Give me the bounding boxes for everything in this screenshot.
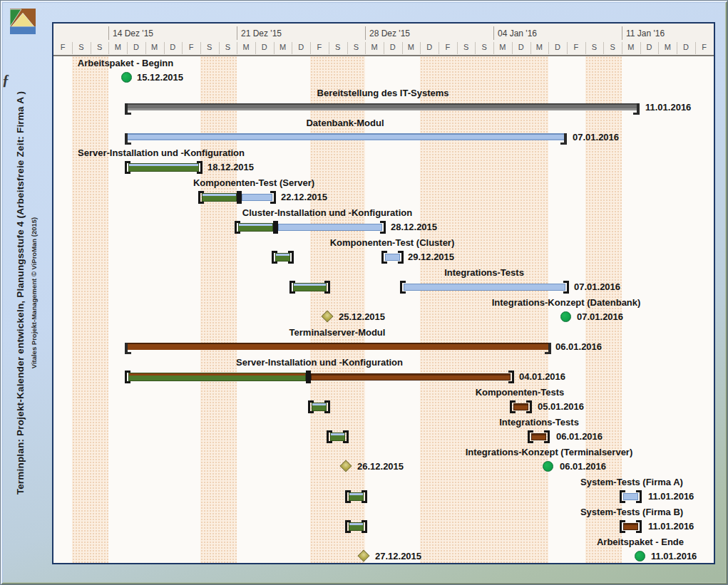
task-bar[interactable]	[308, 400, 330, 413]
day-letter: D	[683, 43, 689, 51]
day-letter: D	[518, 43, 524, 51]
summary-bar[interactable]	[125, 343, 551, 355]
day-letter: F	[702, 43, 707, 51]
bar-end-bracket	[324, 400, 330, 413]
task-bar[interactable]	[125, 161, 202, 174]
progress-divider	[306, 371, 311, 383]
task-bar-fill-done	[202, 193, 237, 202]
day-letter: S	[610, 43, 615, 51]
day-tick	[622, 42, 622, 54]
day-tick	[329, 42, 329, 54]
task-bar[interactable]	[528, 430, 550, 443]
task-bar[interactable]	[289, 281, 330, 294]
day-letter: F	[317, 43, 322, 51]
bar-start-bracket	[528, 430, 533, 443]
task-label: Terminalserver-Modul	[289, 327, 386, 338]
split-task-bar[interactable]	[125, 371, 514, 383]
task-label: Arbeitspaket - Beginn	[78, 58, 173, 69]
task-bar-fill	[404, 284, 565, 291]
day-letter: F	[189, 43, 194, 51]
week-tick	[237, 26, 237, 40]
task-label: Integrations-Tests	[499, 417, 579, 428]
day-letter: D	[390, 43, 396, 51]
task-date: 04.01.2016	[519, 371, 565, 383]
day-tick	[585, 42, 586, 54]
day-tick	[127, 42, 128, 54]
bar-start-bracket	[345, 520, 351, 533]
bar-end-bracket	[544, 430, 550, 443]
task-bar-fill-done	[128, 373, 306, 381]
day-tick	[145, 42, 146, 54]
split-task-bar[interactable]	[235, 221, 386, 234]
summary-start-cap	[125, 103, 128, 115]
task-bar[interactable]	[400, 281, 569, 294]
day-letter: S	[463, 43, 468, 51]
milestone-circle[interactable]	[560, 311, 571, 322]
day-tick	[255, 42, 256, 54]
bar-start-bracket	[620, 520, 625, 533]
task-label: Integrations-Konzept (Datenbank)	[492, 297, 641, 309]
summary-bar[interactable]	[125, 133, 567, 145]
day-tick	[347, 42, 348, 54]
week-tick	[622, 26, 622, 40]
task-date: 07.01.2016	[573, 132, 619, 143]
task-bar[interactable]	[381, 251, 404, 264]
day-letter: D	[647, 43, 652, 51]
task-date: 05.01.2016	[538, 401, 584, 413]
week-label: 11 Jan '16	[626, 29, 665, 38]
task-date: 07.01.2016	[574, 281, 620, 293]
milestone-circle[interactable]	[635, 551, 645, 561]
day-letter: F	[445, 43, 450, 51]
task-bar[interactable]	[345, 490, 367, 503]
application-window: ƒ Terminplan: Projekt-Kalender entwickel…	[0, 0, 728, 585]
day-letter: D	[555, 43, 560, 51]
task-label: Server-Installation und -Konfiguration	[236, 357, 403, 368]
task-bar[interactable]	[345, 520, 367, 533]
task-label: Cluster-Installation und -Konfiguration	[242, 207, 412, 219]
task-bar[interactable]	[272, 251, 294, 264]
task-date: 11.01.2016	[648, 521, 694, 532]
task-bar[interactable]	[620, 520, 642, 533]
summary-start-cap	[125, 133, 128, 145]
task-date: 11.01.2016	[648, 491, 694, 502]
bar-start-bracket	[327, 430, 332, 443]
bar-end-bracket	[563, 281, 569, 294]
task-label: Komponenten-Test (Server)	[193, 177, 314, 189]
day-tick	[603, 42, 604, 54]
bar-end-bracket	[508, 371, 514, 383]
task-bar[interactable]	[327, 430, 349, 443]
task-date: 06.01.2016	[560, 461, 606, 472]
day-letter: S	[354, 43, 359, 51]
bar-start-bracket	[289, 281, 295, 294]
day-letter: M	[536, 43, 543, 51]
bar-end-bracket	[270, 191, 276, 204]
task-bar-fill-remaining	[311, 373, 511, 380]
day-letter: S	[78, 43, 83, 51]
bar-end-bracket	[362, 520, 367, 533]
day-tick	[457, 42, 458, 54]
day-tick	[164, 42, 165, 54]
week-label: 14 Dez '15	[113, 29, 153, 38]
milestone-circle[interactable]	[543, 461, 553, 472]
summary-start-cap	[125, 343, 128, 354]
day-letter: M	[243, 43, 250, 51]
day-tick	[384, 42, 384, 54]
split-task-bar[interactable]	[198, 191, 276, 204]
day-tick	[439, 42, 439, 54]
viproman-logo-icon	[10, 9, 36, 34]
task-bar[interactable]	[510, 400, 532, 413]
day-tick	[420, 42, 421, 54]
day-tick	[548, 42, 549, 54]
summary-bar-fill	[128, 103, 637, 110]
bar-end-bracket	[197, 161, 202, 174]
week-tick	[108, 26, 109, 40]
task-date: 06.01.2016	[556, 431, 603, 442]
day-tick	[695, 42, 696, 54]
task-bar[interactable]	[620, 490, 642, 503]
task-date: 11.01.2016	[651, 551, 697, 562]
milestone-circle[interactable]	[121, 72, 132, 83]
header-divider	[53, 55, 714, 56]
week-label: 04 Jan '16	[498, 29, 537, 38]
day-tick	[640, 42, 641, 54]
summary-bar[interactable]	[125, 103, 640, 115]
